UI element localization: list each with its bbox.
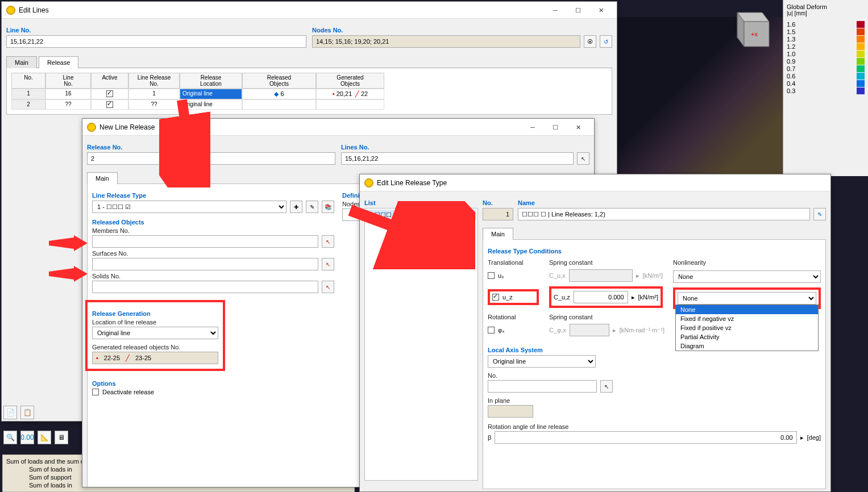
table-cell-active[interactable] bbox=[91, 99, 128, 110]
swap-nodes-button[interactable]: ↺ bbox=[600, 35, 612, 48]
window-title: New Line Release bbox=[99, 123, 521, 131]
options-label: Options bbox=[92, 380, 334, 387]
nonlinearity-dropdown[interactable]: None Fixed if negative vz Fixed if posit… bbox=[675, 305, 819, 351]
line-no-input[interactable] bbox=[6, 35, 306, 48]
inplane-label: In plane bbox=[488, 397, 821, 404]
list-item[interactable]: 1 ☐☐☐ ☐ | Line Releases: 1,2) bbox=[366, 210, 476, 220]
gen-section-label: Release Generation bbox=[92, 310, 218, 317]
solids-label: Solids No. bbox=[92, 273, 334, 280]
surfaces-input[interactable] bbox=[92, 258, 318, 270]
deactivate-label: Deactivate release bbox=[102, 389, 154, 395]
table-cell[interactable] bbox=[316, 99, 384, 110]
type-name-input[interactable] bbox=[518, 208, 810, 220]
table-cell-location[interactable]: Original line bbox=[180, 89, 242, 99]
col-loc: Release Location bbox=[180, 73, 242, 89]
pick-members-button[interactable]: ↖ bbox=[322, 235, 334, 248]
phix-checkbox[interactable] bbox=[488, 327, 495, 333]
help-button[interactable]: 🔍 bbox=[3, 431, 17, 444]
app-icon bbox=[6, 6, 15, 15]
members-input[interactable] bbox=[92, 235, 318, 248]
tab-main[interactable]: Main bbox=[483, 228, 513, 240]
axis-no-label: No. bbox=[488, 372, 821, 379]
app-icon bbox=[364, 178, 373, 187]
pick-solids-button[interactable]: ↖ bbox=[322, 281, 334, 293]
deactivate-checkbox[interactable] bbox=[92, 389, 99, 395]
gen-obj-display: •22-25 ╱23-25 bbox=[92, 352, 218, 364]
dropdown-option[interactable]: Fixed if negative vz bbox=[676, 314, 818, 323]
axis-select[interactable]: Original line bbox=[488, 355, 596, 368]
maximize-button[interactable]: ☐ bbox=[567, 2, 589, 18]
app-icon bbox=[87, 123, 96, 132]
col-gen-obj: Generated Objects bbox=[316, 73, 384, 89]
units-button[interactable]: 0.00 bbox=[20, 431, 34, 444]
release-no-input[interactable] bbox=[87, 152, 335, 165]
table-cell[interactable]: ?? bbox=[128, 99, 180, 110]
loc-label: Location of line release bbox=[92, 319, 218, 326]
lrt-select[interactable]: 1 - ☐☐☐ ☑ bbox=[92, 201, 286, 213]
dropdown-option[interactable]: Fixed if positive vz bbox=[676, 323, 818, 332]
view-button[interactable]: 🖥 bbox=[55, 431, 68, 444]
ux-nonlin-select[interactable]: None bbox=[673, 270, 821, 283]
lrt-edit-button[interactable]: ✎ bbox=[306, 201, 318, 213]
nav-cube[interactable]: +x bbox=[724, 6, 771, 53]
rotational-label: Rotational bbox=[488, 314, 539, 320]
legend-subtitle: |u| [mm] bbox=[787, 10, 865, 16]
cphix-input bbox=[570, 324, 609, 336]
cuz-input[interactable] bbox=[574, 291, 628, 303]
legend-title: Global Deform bbox=[787, 3, 865, 10]
nodes-no-label: Nodes No. bbox=[312, 27, 612, 34]
table-cell[interactable] bbox=[242, 99, 316, 110]
axis-no-input[interactable] bbox=[488, 380, 597, 393]
type-no-input bbox=[483, 208, 513, 220]
uz-nonlin-highlight: None None Fixed if negative vz Fixed if … bbox=[673, 287, 821, 309]
uz-checkbox[interactable] bbox=[492, 294, 499, 301]
minimize-button[interactable]: ─ bbox=[521, 119, 544, 135]
footer-toolbar-1: 📄 📋 bbox=[3, 406, 34, 419]
uz-nonlin-select[interactable]: None bbox=[678, 292, 816, 305]
pick-surfaces-button[interactable]: ↖ bbox=[322, 258, 334, 270]
location-select[interactable]: Original line bbox=[92, 327, 218, 339]
col-line-no: Line No. bbox=[45, 73, 91, 89]
new-item-button[interactable]: 📄 bbox=[3, 406, 17, 419]
table-cell[interactable]: ◆ 6 bbox=[242, 89, 316, 99]
release-no-label: Release No. bbox=[87, 144, 335, 151]
tab-main[interactable]: Main bbox=[6, 56, 37, 68]
maximize-button[interactable]: ☐ bbox=[544, 119, 567, 135]
dropdown-option[interactable]: None bbox=[676, 305, 818, 314]
dropdown-option[interactable]: Diagram bbox=[676, 341, 818, 351]
col-rel-obj: Released Objects bbox=[242, 73, 316, 89]
table-cell[interactable]: 1 bbox=[128, 89, 180, 99]
coord-button[interactable]: 📐 bbox=[38, 431, 51, 444]
pick-nodes-button[interactable]: ⦿ bbox=[584, 35, 596, 48]
minimize-button[interactable]: ─ bbox=[544, 2, 567, 18]
tab-main[interactable]: Main bbox=[87, 172, 118, 184]
close-button[interactable]: ✕ bbox=[589, 2, 612, 18]
edit-name-button[interactable]: ✎ bbox=[813, 208, 826, 220]
table-row[interactable]: 1 bbox=[11, 89, 45, 99]
close-button[interactable]: ✕ bbox=[567, 119, 589, 135]
pick-lines-button[interactable]: ↖ bbox=[577, 152, 589, 165]
table-cell-location[interactable]: Original line bbox=[180, 99, 242, 110]
copy-item-button[interactable]: 📋 bbox=[20, 406, 34, 419]
tab-release[interactable]: Release bbox=[39, 56, 78, 68]
line-no-label: Line No. bbox=[6, 27, 306, 34]
beta-input[interactable] bbox=[495, 431, 796, 444]
cuz-highlight: C_u,z ▸[kN/m²] bbox=[549, 286, 663, 308]
lrt-lib-button[interactable]: 📚 bbox=[322, 201, 334, 213]
lrt-new-button[interactable]: ✚ bbox=[290, 201, 302, 213]
col-lr-no: Line Release No. bbox=[128, 73, 180, 89]
rotation-label: Rotation angle of line release bbox=[488, 423, 821, 430]
released-objects-label: Released Objects bbox=[92, 219, 334, 226]
pick-axis-button[interactable]: ↖ bbox=[600, 380, 613, 393]
table-cell[interactable]: 16 bbox=[45, 89, 91, 99]
table-cell[interactable]: • 20,21 ╱ 22 bbox=[316, 89, 384, 99]
dropdown-option[interactable]: Partial Activity bbox=[676, 332, 818, 341]
window-title: Edit Lines bbox=[19, 6, 544, 14]
lines-no-input[interactable] bbox=[341, 152, 574, 165]
table-cell-active[interactable] bbox=[91, 89, 128, 99]
table-cell[interactable]: ?? bbox=[45, 99, 91, 110]
name-label: Name bbox=[518, 199, 826, 206]
solids-input[interactable] bbox=[92, 281, 318, 293]
ux-checkbox[interactable] bbox=[488, 272, 495, 279]
table-row[interactable]: 2 bbox=[11, 99, 45, 110]
